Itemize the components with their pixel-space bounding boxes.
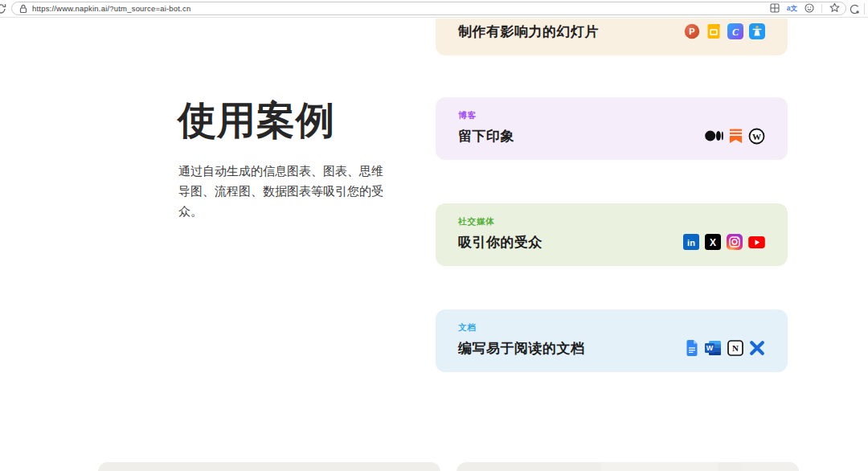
toolbar-end-divider [864,3,865,14]
x-icon: X [705,234,721,250]
feedback-smiley-icon[interactable] [805,2,814,16]
substack-icon [729,129,743,144]
card-label: 博客 [458,110,477,121]
toolbar-divider [821,4,822,13]
card-title: 编写易于阅读的文档 [458,339,585,358]
youtube-icon [748,236,765,248]
browser-essentials-icon[interactable] [850,3,860,18]
page-content: 使用案例 通过自动生成的信息图表、图表、思维导图、流程图、数据图表等吸引您的受众… [0,18,868,471]
google-slides-icon [706,23,722,39]
card-label: 文档 [458,322,477,334]
wordpress-icon: W [748,128,765,145]
confluence-icon [749,340,765,356]
svg-text:P: P [689,27,694,36]
card-app-icons: W [705,128,765,144]
partial-card-segment [743,462,799,471]
lock-icon[interactable] [19,4,27,14]
url-bar[interactable]: https://www.napkin.ai/?utm_source=ai-bot… [11,2,846,15]
usecase-card-blog[interactable]: 博客 留下印象 W [436,97,788,160]
svg-text:W: W [706,344,714,352]
usecase-card-docs[interactable]: 文档 编写易于阅读的文档 W N [436,309,788,372]
partial-card-segment [601,462,718,471]
powerpoint-icon: P [684,23,700,39]
medium-icon [705,128,723,144]
url-text: https://www.napkin.ai/?utm_source=ai-bot… [32,4,190,13]
linkedin-icon: in [683,234,699,250]
card-title: 吸引你的受众 [458,233,542,252]
browser-window: https://www.napkin.ai/?utm_source=ai-bot… [0,0,868,471]
usecase-card-social[interactable]: 社交媒体 吸引你的受众 in X [436,203,788,266]
svg-text:X: X [710,237,716,248]
refresh-icon[interactable] [0,3,6,18]
svg-text:C: C [732,27,739,38]
browser-toolbar: https://www.napkin.ai/?utm_source=ai-bot… [0,0,868,18]
card-title: 制作有影响力的幻灯片 [458,23,599,41]
keynote-icon [749,23,765,39]
instagram-icon [727,234,743,250]
svg-text:N: N [732,343,739,353]
partial-card[interactable] [457,462,799,471]
partial-card[interactable] [98,462,440,471]
canva-icon: C [727,23,743,39]
word-icon: W [704,340,722,356]
google-docs-icon [686,340,698,356]
svg-text:in: in [687,238,695,248]
translate-icon[interactable]: a文 [787,5,797,12]
urlbar-actions: a文 [770,2,840,14]
card-app-icons: W N [686,340,765,356]
grid-icon[interactable] [770,2,780,16]
favorites-star-icon[interactable] [829,2,840,16]
usecase-card-slides[interactable]: 制作有影响力的幻灯片 P C [436,18,788,55]
card-label: 社交媒体 [458,216,495,227]
card-title: 留下印象 [458,127,514,145]
page-title: 使用案例 [178,95,335,146]
card-app-icons: in X [683,234,765,250]
card-app-icons: P C [684,23,765,39]
section-description: 通过自动生成的信息图表、图表、思维导图、流程图、数据图表等吸引您的受众。 [178,161,389,221]
notion-icon: N [727,340,743,356]
svg-text:W: W [752,131,761,141]
